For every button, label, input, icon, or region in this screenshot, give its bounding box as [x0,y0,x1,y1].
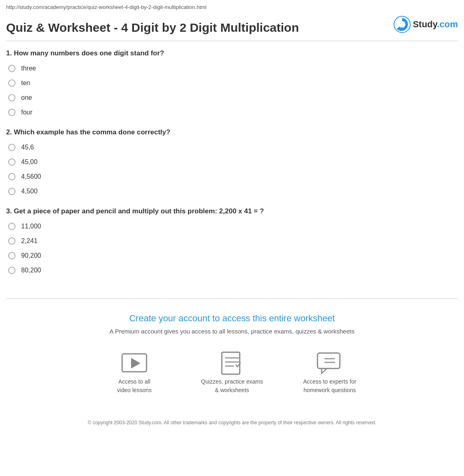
url-bar: http://study.com/academy/practice/quiz-w… [0,0,464,13]
radio-q1-2[interactable] [8,94,15,101]
question-2-option-3[interactable]: 4,500 [6,188,458,195]
question-2: 2. Which example has the comma done corr… [6,128,458,195]
cta-title: Create your account to access this entir… [6,313,458,324]
question-1-option-3-label: four [21,109,33,116]
logo-text: Study.com [413,19,458,30]
video-icon [120,349,149,377]
radio-q3-1[interactable] [8,237,15,245]
svg-point-1 [399,21,405,28]
radio-q3-0[interactable] [8,223,15,230]
svg-rect-4 [222,352,240,374]
svg-marker-3 [131,358,140,369]
feature-video-label: Access to all video lessons [117,377,152,395]
question-3: 3. Get a piece of paper and pencil and m… [6,207,458,274]
footer-text: © copyright 2003-2020 Study.com. All oth… [6,411,458,435]
cta-subtitle: A Premium account gives you access to al… [6,328,458,335]
question-1-option-3[interactable]: four [6,109,458,116]
question-3-option-1-label: 2,241 [21,237,37,245]
question-1-option-1[interactable]: ten [6,79,458,87]
cta-section: Create your account to access this entir… [0,299,464,443]
question-2-option-0-label: 45,6 [21,144,34,151]
question-1: 1. How many numbers does one digit stand… [6,49,458,116]
question-1-option-1-label: ten [21,79,30,87]
radio-q3-2[interactable] [8,252,15,259]
question-3-option-0-label: 11,000 [21,223,41,230]
quiz-content: 1. How many numbers does one digit stand… [0,41,464,294]
question-3-option-2[interactable]: 90,200 [6,252,458,259]
logo-icon [394,16,411,33]
radio-q2-2[interactable] [8,173,15,180]
question-3-text: 3. Get a piece of paper and pencil and m… [6,207,458,215]
question-2-option-3-label: 4,500 [21,188,37,195]
question-2-option-2[interactable]: 4,5600 [6,173,458,180]
quiz-icon [218,349,246,377]
question-1-text: 1. How many numbers does one digit stand… [6,49,458,57]
radio-q1-0[interactable] [8,65,15,72]
radio-q1-3[interactable] [8,109,15,116]
question-3-option-3[interactable]: 80,200 [6,267,458,274]
question-3-option-3-label: 80,200 [21,267,41,274]
feature-experts-label: Access to experts for homework questions [303,377,357,395]
feature-quiz-label: Quizzes, practice exams & worksheets [201,377,263,395]
feature-experts: Access to experts for homework questions [297,349,362,395]
radio-q3-3[interactable] [8,267,15,274]
question-1-option-0-label: three [21,65,36,72]
chat-icon [315,349,344,377]
question-3-option-2-label: 90,200 [21,252,41,259]
radio-q2-0[interactable] [8,144,15,151]
question-2-option-1[interactable]: 45,00 [6,158,458,166]
question-2-option-2-label: 4,5600 [21,173,41,180]
radio-q1-1[interactable] [8,79,15,87]
feature-quiz: Quizzes, practice exams & worksheets [199,349,265,395]
question-2-option-1-label: 45,00 [21,158,37,166]
feature-video: Access to all video lessons [102,349,167,395]
question-1-option-0[interactable]: three [6,65,458,72]
question-2-text: 2. Which example has the comma done corr… [6,128,458,136]
question-3-option-1[interactable]: 2,241 [6,237,458,245]
radio-q2-1[interactable] [8,158,15,166]
question-1-option-2-label: one [21,94,32,101]
features-row: Access to all video lessons Quizzes, pra… [6,349,458,395]
svg-rect-8 [317,353,340,369]
logo: Study.com [394,16,458,33]
question-1-option-2[interactable]: one [6,94,458,101]
radio-q2-3[interactable] [8,188,15,195]
question-3-option-0[interactable]: 11,000 [6,223,458,230]
question-2-option-0[interactable]: 45,6 [6,144,458,151]
